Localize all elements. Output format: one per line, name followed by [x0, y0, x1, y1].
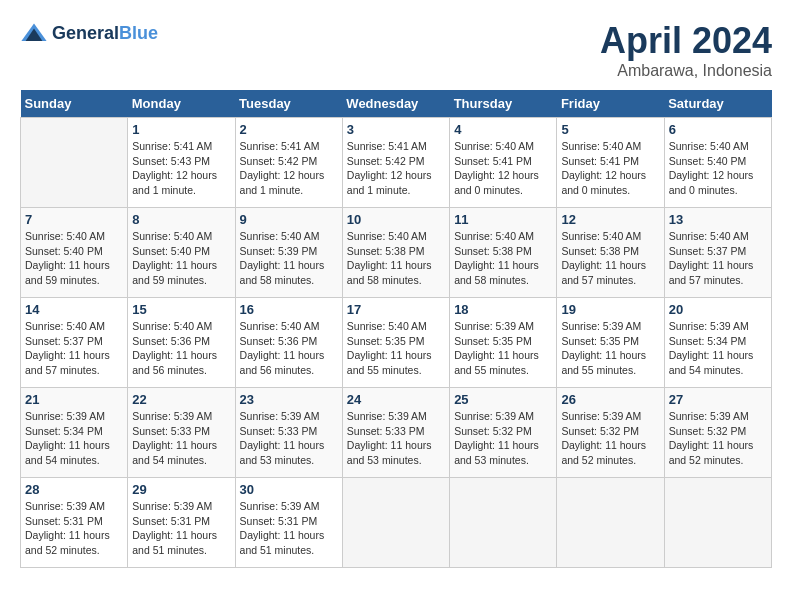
day-number: 1: [132, 122, 230, 137]
day-number: 8: [132, 212, 230, 227]
day-info: Sunrise: 5:39 AM Sunset: 5:31 PM Dayligh…: [240, 499, 338, 558]
day-cell: 28Sunrise: 5:39 AM Sunset: 5:31 PM Dayli…: [21, 478, 128, 568]
day-cell: 2Sunrise: 5:41 AM Sunset: 5:42 PM Daylig…: [235, 118, 342, 208]
day-number: 25: [454, 392, 552, 407]
calendar-header: SundayMondayTuesdayWednesdayThursdayFrid…: [21, 90, 772, 118]
day-number: 12: [561, 212, 659, 227]
day-cell: 18Sunrise: 5:39 AM Sunset: 5:35 PM Dayli…: [450, 298, 557, 388]
day-number: 17: [347, 302, 445, 317]
day-info: Sunrise: 5:39 AM Sunset: 5:31 PM Dayligh…: [25, 499, 123, 558]
location: Ambarawa, Indonesia: [600, 62, 772, 80]
day-info: Sunrise: 5:40 AM Sunset: 5:38 PM Dayligh…: [561, 229, 659, 288]
day-info: Sunrise: 5:39 AM Sunset: 5:34 PM Dayligh…: [25, 409, 123, 468]
day-cell: 4Sunrise: 5:40 AM Sunset: 5:41 PM Daylig…: [450, 118, 557, 208]
day-info: Sunrise: 5:40 AM Sunset: 5:38 PM Dayligh…: [454, 229, 552, 288]
header-cell-monday: Monday: [128, 90, 235, 118]
day-cell: 15Sunrise: 5:40 AM Sunset: 5:36 PM Dayli…: [128, 298, 235, 388]
day-number: 3: [347, 122, 445, 137]
day-number: 21: [25, 392, 123, 407]
day-info: Sunrise: 5:40 AM Sunset: 5:37 PM Dayligh…: [25, 319, 123, 378]
day-cell: 10Sunrise: 5:40 AM Sunset: 5:38 PM Dayli…: [342, 208, 449, 298]
logo: GeneralBlue: [20, 20, 158, 48]
day-cell: [21, 118, 128, 208]
day-cell: 8Sunrise: 5:40 AM Sunset: 5:40 PM Daylig…: [128, 208, 235, 298]
day-info: Sunrise: 5:40 AM Sunset: 5:36 PM Dayligh…: [240, 319, 338, 378]
page-header: GeneralBlue April 2024 Ambarawa, Indones…: [20, 20, 772, 80]
day-info: Sunrise: 5:40 AM Sunset: 5:38 PM Dayligh…: [347, 229, 445, 288]
month-title: April 2024: [600, 20, 772, 62]
day-number: 20: [669, 302, 767, 317]
day-cell: 24Sunrise: 5:39 AM Sunset: 5:33 PM Dayli…: [342, 388, 449, 478]
title-block: April 2024 Ambarawa, Indonesia: [600, 20, 772, 80]
week-row-5: 28Sunrise: 5:39 AM Sunset: 5:31 PM Dayli…: [21, 478, 772, 568]
day-number: 18: [454, 302, 552, 317]
day-cell: 3Sunrise: 5:41 AM Sunset: 5:42 PM Daylig…: [342, 118, 449, 208]
day-cell: 21Sunrise: 5:39 AM Sunset: 5:34 PM Dayli…: [21, 388, 128, 478]
day-info: Sunrise: 5:40 AM Sunset: 5:40 PM Dayligh…: [669, 139, 767, 198]
day-info: Sunrise: 5:40 AM Sunset: 5:36 PM Dayligh…: [132, 319, 230, 378]
day-info: Sunrise: 5:39 AM Sunset: 5:32 PM Dayligh…: [454, 409, 552, 468]
day-number: 27: [669, 392, 767, 407]
day-number: 4: [454, 122, 552, 137]
day-info: Sunrise: 5:39 AM Sunset: 5:33 PM Dayligh…: [132, 409, 230, 468]
day-cell: 29Sunrise: 5:39 AM Sunset: 5:31 PM Dayli…: [128, 478, 235, 568]
week-row-3: 14Sunrise: 5:40 AM Sunset: 5:37 PM Dayli…: [21, 298, 772, 388]
week-row-2: 7Sunrise: 5:40 AM Sunset: 5:40 PM Daylig…: [21, 208, 772, 298]
header-cell-wednesday: Wednesday: [342, 90, 449, 118]
day-info: Sunrise: 5:41 AM Sunset: 5:42 PM Dayligh…: [240, 139, 338, 198]
day-number: 5: [561, 122, 659, 137]
day-info: Sunrise: 5:39 AM Sunset: 5:31 PM Dayligh…: [132, 499, 230, 558]
day-cell: [557, 478, 664, 568]
day-cell: [342, 478, 449, 568]
day-cell: 23Sunrise: 5:39 AM Sunset: 5:33 PM Dayli…: [235, 388, 342, 478]
day-number: 13: [669, 212, 767, 227]
day-info: Sunrise: 5:39 AM Sunset: 5:35 PM Dayligh…: [561, 319, 659, 378]
day-info: Sunrise: 5:40 AM Sunset: 5:39 PM Dayligh…: [240, 229, 338, 288]
header-row: SundayMondayTuesdayWednesdayThursdayFrid…: [21, 90, 772, 118]
day-number: 16: [240, 302, 338, 317]
day-number: 6: [669, 122, 767, 137]
logo-text: GeneralBlue: [52, 24, 158, 44]
header-cell-friday: Friday: [557, 90, 664, 118]
header-cell-tuesday: Tuesday: [235, 90, 342, 118]
day-cell: 14Sunrise: 5:40 AM Sunset: 5:37 PM Dayli…: [21, 298, 128, 388]
day-cell: 13Sunrise: 5:40 AM Sunset: 5:37 PM Dayli…: [664, 208, 771, 298]
day-info: Sunrise: 5:40 AM Sunset: 5:40 PM Dayligh…: [132, 229, 230, 288]
day-number: 30: [240, 482, 338, 497]
day-info: Sunrise: 5:39 AM Sunset: 5:34 PM Dayligh…: [669, 319, 767, 378]
header-cell-thursday: Thursday: [450, 90, 557, 118]
calendar-body: 1Sunrise: 5:41 AM Sunset: 5:43 PM Daylig…: [21, 118, 772, 568]
day-cell: 25Sunrise: 5:39 AM Sunset: 5:32 PM Dayli…: [450, 388, 557, 478]
day-cell: 12Sunrise: 5:40 AM Sunset: 5:38 PM Dayli…: [557, 208, 664, 298]
day-number: 15: [132, 302, 230, 317]
day-number: 22: [132, 392, 230, 407]
day-info: Sunrise: 5:39 AM Sunset: 5:33 PM Dayligh…: [347, 409, 445, 468]
day-cell: 1Sunrise: 5:41 AM Sunset: 5:43 PM Daylig…: [128, 118, 235, 208]
day-cell: 6Sunrise: 5:40 AM Sunset: 5:40 PM Daylig…: [664, 118, 771, 208]
day-cell: 26Sunrise: 5:39 AM Sunset: 5:32 PM Dayli…: [557, 388, 664, 478]
header-cell-sunday: Sunday: [21, 90, 128, 118]
day-cell: 9Sunrise: 5:40 AM Sunset: 5:39 PM Daylig…: [235, 208, 342, 298]
day-number: 24: [347, 392, 445, 407]
day-cell: [664, 478, 771, 568]
day-info: Sunrise: 5:39 AM Sunset: 5:35 PM Dayligh…: [454, 319, 552, 378]
day-info: Sunrise: 5:39 AM Sunset: 5:32 PM Dayligh…: [561, 409, 659, 468]
day-cell: 11Sunrise: 5:40 AM Sunset: 5:38 PM Dayli…: [450, 208, 557, 298]
calendar-table: SundayMondayTuesdayWednesdayThursdayFrid…: [20, 90, 772, 568]
day-cell: 30Sunrise: 5:39 AM Sunset: 5:31 PM Dayli…: [235, 478, 342, 568]
day-info: Sunrise: 5:39 AM Sunset: 5:32 PM Dayligh…: [669, 409, 767, 468]
day-cell: 5Sunrise: 5:40 AM Sunset: 5:41 PM Daylig…: [557, 118, 664, 208]
day-info: Sunrise: 5:40 AM Sunset: 5:40 PM Dayligh…: [25, 229, 123, 288]
day-number: 9: [240, 212, 338, 227]
day-info: Sunrise: 5:41 AM Sunset: 5:42 PM Dayligh…: [347, 139, 445, 198]
day-cell: [450, 478, 557, 568]
day-number: 26: [561, 392, 659, 407]
week-row-4: 21Sunrise: 5:39 AM Sunset: 5:34 PM Dayli…: [21, 388, 772, 478]
logo-icon: [20, 20, 48, 48]
day-info: Sunrise: 5:40 AM Sunset: 5:41 PM Dayligh…: [561, 139, 659, 198]
day-info: Sunrise: 5:40 AM Sunset: 5:41 PM Dayligh…: [454, 139, 552, 198]
day-info: Sunrise: 5:39 AM Sunset: 5:33 PM Dayligh…: [240, 409, 338, 468]
day-info: Sunrise: 5:41 AM Sunset: 5:43 PM Dayligh…: [132, 139, 230, 198]
day-number: 19: [561, 302, 659, 317]
day-number: 28: [25, 482, 123, 497]
